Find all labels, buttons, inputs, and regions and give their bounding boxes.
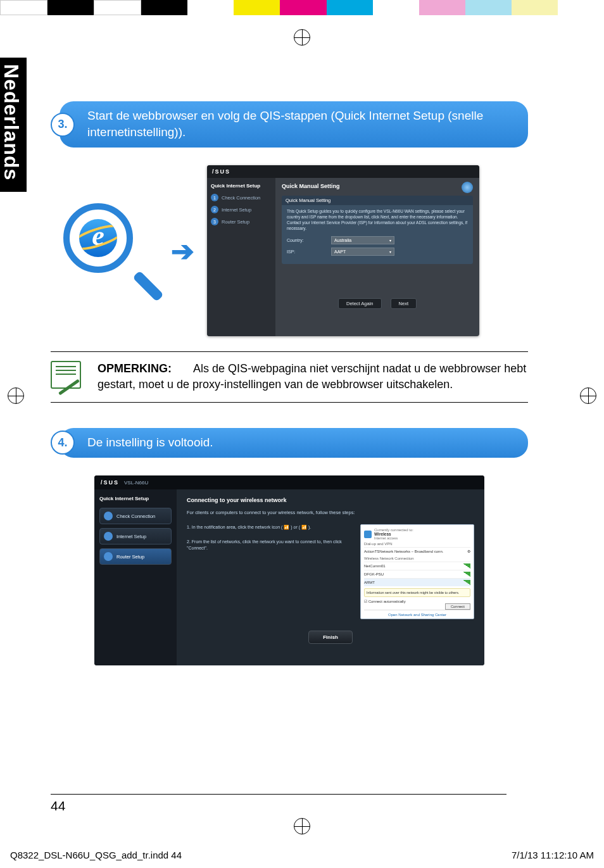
section-title: Quick Manual Setting <box>282 183 473 189</box>
list-item[interactable]: NetComm01 <box>364 562 470 570</box>
arrow-icon: ➔ <box>171 235 194 267</box>
list-item[interactable]: DFGK-PSU <box>364 570 470 578</box>
registration-mark-icon <box>294 818 310 834</box>
note-label: OPMERKING: <box>98 362 172 375</box>
note-icon <box>51 361 85 393</box>
sidebar-item-check[interactable]: 1Check Connection <box>211 194 272 201</box>
isp-select[interactable]: AAPT▾ <box>331 248 394 256</box>
section-label: Wireless Network Connection <box>364 557 470 560</box>
instruction-2: 2. From the list of networks, click the … <box>187 539 349 552</box>
dial-icon: ⚙ <box>467 549 470 553</box>
sidebar-item-router[interactable]: Router Setup <box>99 548 172 565</box>
brand-logo: /SUS <box>212 168 230 175</box>
print-color-bar <box>0 0 604 15</box>
sidebar-item-router[interactable]: 3Router Setup <box>211 218 272 225</box>
language-tab: Nederlands <box>0 58 27 192</box>
instruction-1: 1. In the notification area, click the n… <box>187 524 349 531</box>
country-select[interactable]: Australia▾ <box>331 236 394 244</box>
chevron-down-icon: ▾ <box>389 238 391 242</box>
auto-connect-check[interactable]: ☑ Connect automatically <box>364 599 470 603</box>
finish-button[interactable]: Finish <box>308 631 353 644</box>
connect-button[interactable]: Connect <box>445 603 470 610</box>
list-item[interactable]: ActionTSNetwork Networks – Broadband con… <box>364 547 470 555</box>
network-icon <box>364 531 372 538</box>
wifi-signal-icon <box>463 563 470 569</box>
step-icon <box>104 532 113 541</box>
note-text: OPMERKING: Als de QIS-webpagina niet ver… <box>98 361 528 393</box>
browser-magnifier-icon: e <box>63 203 158 298</box>
illustration-row: e ➔ /SUS Quick Internet Setup 1Check Con… <box>51 165 528 336</box>
chevron-down-icon: ▾ <box>389 249 391 254</box>
section-title: Connecting to your wireless network <box>187 497 474 503</box>
sidebar-heading: Quick Internet Setup <box>99 496 172 501</box>
note-block: OPMERKING: Als de QIS-webpagina niet ver… <box>51 351 528 402</box>
brand-logo: /SUS <box>101 479 119 486</box>
sidebar-item-internet[interactable]: 2Internet Setup <box>211 206 272 213</box>
country-label: Country: <box>287 238 325 242</box>
footer-file: Q8322_DSL-N66U_QSG_add_tr.indd 44 <box>10 850 182 860</box>
home-icon[interactable] <box>462 182 473 193</box>
step-3-text: Start de webbrowser en volg de QIS-stapp… <box>87 109 483 139</box>
panel-heading: Quick Manual Setting <box>282 196 473 205</box>
print-footer: Q8322_DSL-N66U_QSG_add_tr.indd 44 7/1/13… <box>0 850 604 860</box>
step-number: 4. <box>51 431 75 455</box>
registration-mark-icon <box>294 29 310 46</box>
open-center-link[interactable]: Open Network and Sharing Center <box>364 610 470 617</box>
step-4-callout: 4. De instelling is voltooid. <box>60 428 528 458</box>
page-content: Nederlands 3. Start de webbrowser en vol… <box>0 51 604 691</box>
footer-timestamp: 7/1/13 11:12:10 AM <box>512 850 594 860</box>
model-name: VSL-N66U <box>124 480 148 486</box>
section-subtitle: For clients or computers to connect to y… <box>187 510 474 515</box>
step-3-callout: 3. Start de webbrowser en volg de QIS-st… <box>60 101 528 148</box>
section-label: Dial-up and VPN <box>364 542 470 546</box>
sidebar-heading: Quick Internet Setup <box>211 183 272 189</box>
next-button[interactable]: Next <box>391 298 417 309</box>
isp-label: ISP: <box>287 249 325 254</box>
step-icon <box>104 512 113 520</box>
wifi-signal-icon <box>463 572 470 577</box>
security-tip: Information sent over this network might… <box>364 588 470 597</box>
list-item[interactable]: ARMT <box>364 578 470 586</box>
step-icon <box>104 552 113 561</box>
detect-again-button[interactable]: Detect Again <box>338 298 382 309</box>
qis-screenshot-1: /SUS Quick Internet Setup 1Check Connect… <box>207 165 479 336</box>
qis-screenshot-2: /SUS VSL-N66U Quick Internet Setup Check… <box>94 475 484 665</box>
page-number: 44 <box>51 794 506 814</box>
panel-description: This Quick Setup guides you to quickly c… <box>287 209 468 231</box>
sidebar-item-check[interactable]: Check Connection <box>99 508 172 524</box>
step-4-text: De instelling is voltooid. <box>87 436 213 449</box>
wifi-signal-icon <box>463 580 470 585</box>
windows-network-popup: Currently connected to: Wireless Interne… <box>360 524 474 619</box>
step-number: 3. <box>51 113 75 137</box>
sidebar-item-internet[interactable]: Internet Setup <box>99 528 172 544</box>
